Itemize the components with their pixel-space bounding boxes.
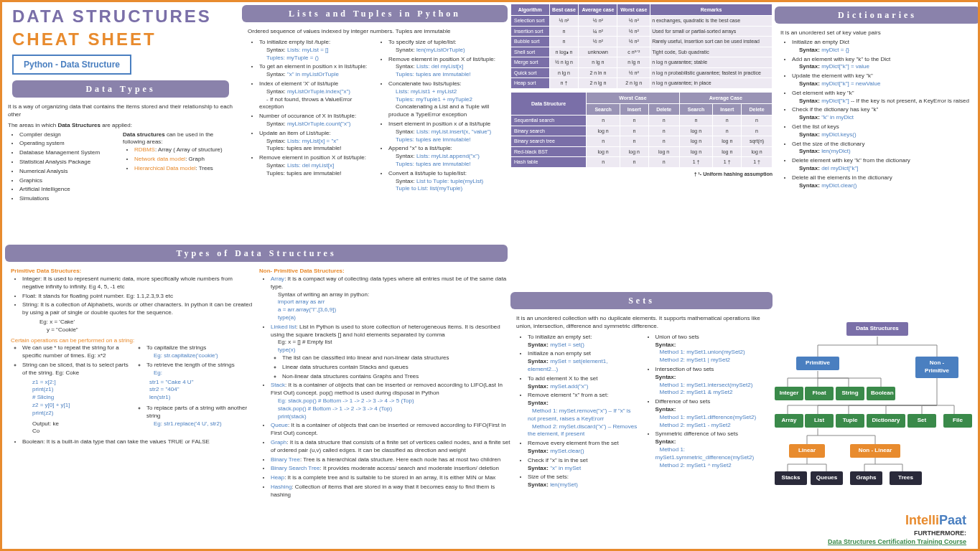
lists-body: Ordered sequence of values indexed by in… [242, 25, 508, 197]
types-ds-body: Primitive Data Structures: Integer: It i… [5, 265, 508, 503]
sets-header: Sets [510, 292, 773, 309]
dict-header: Dictionaries [775, 6, 980, 24]
data-types-body: It is a way of organizing data that cont… [2, 100, 239, 207]
course-link[interactable]: Data Structures Certification Training C… [828, 537, 966, 546]
sets-body: It is an unordered collection with no du… [510, 312, 773, 494]
furthermore-label: FURTHERMORE: [914, 529, 966, 537]
main-title: DATA STRUCTURESCHEAT SHEET [12, 5, 239, 52]
data-types-header: Data Types [12, 80, 229, 98]
subtitle-box: Python - Data Structure [12, 55, 131, 75]
algo-table: AlgorithmBest caseAverage caseWorst case… [510, 4, 773, 89]
dict-body: It is an unordered set of key value pair… [775, 27, 980, 194]
ds-hierarchy-tree: Data Structures Primitive Non - Primitiv… [775, 322, 980, 491]
lists-header: Lists and Tuples in Python [242, 5, 508, 22]
brand-logo: IntelliPaat [905, 512, 966, 529]
ds-table: Data StructureWorst CaseAverage Case Sea… [510, 92, 773, 168]
types-ds-header: Types of Data Structures [5, 245, 508, 262]
